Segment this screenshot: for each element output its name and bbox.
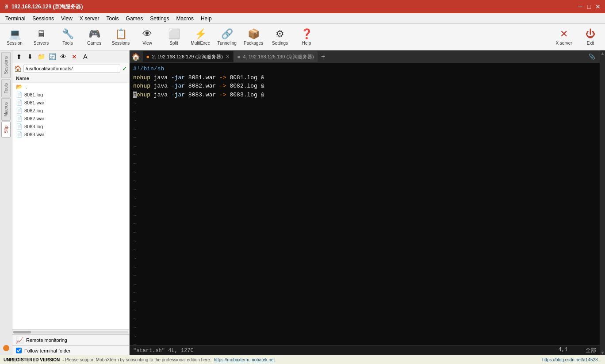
path-check-icon: ✓ xyxy=(122,65,127,72)
file-upload-button[interactable]: ⬆ xyxy=(14,52,24,61)
tools-icon: 🔧 xyxy=(62,28,74,40)
sidebar-item-macros[interactable]: Macros xyxy=(1,98,11,121)
help-button[interactable]: ❓ Help xyxy=(294,25,319,49)
toolbar: 💻 Session 🖥 Servers 🔧 Tools 🎮 Games 📋 Se… xyxy=(0,24,605,50)
right-link: https://blog.csdn.net/a14523... xyxy=(542,357,601,362)
minimize-button[interactable]: ─ xyxy=(577,3,584,10)
tab-2-icon: ■ xyxy=(237,54,241,59)
sidebar-item-tools[interactable]: Tools xyxy=(1,79,11,97)
file-view-button[interactable]: 👁 xyxy=(58,52,68,61)
file-newfolder-button[interactable]: 📁 xyxy=(36,52,46,61)
tilde-line: ~ xyxy=(133,151,596,160)
scroll-track xyxy=(600,56,605,350)
settings-label: Settings xyxy=(272,41,288,46)
file-refresh-button[interactable]: 🔄 xyxy=(47,52,57,61)
list-item[interactable]: 📄 8081.log xyxy=(12,91,129,99)
follow-terminal-checkbox[interactable] xyxy=(16,348,22,353)
file-scrollbar[interactable] xyxy=(12,329,129,334)
packages-button[interactable]: 📦 Packages xyxy=(241,25,266,49)
file-icon: 📄 xyxy=(16,107,23,114)
servers-icon: 🖥 xyxy=(36,28,46,40)
list-item[interactable]: 📂 .. xyxy=(12,83,129,91)
tab-add-button[interactable]: + xyxy=(318,52,328,61)
tilde-line: ~ xyxy=(133,280,596,289)
menu-terminal[interactable]: Terminal xyxy=(2,15,29,23)
side-tabs: Sessions Tools Macros Sftp xyxy=(0,50,12,355)
paperclip-icon[interactable]: 📎 xyxy=(586,54,598,60)
support-link[interactable]: https://mobaxterm.mobatek.net xyxy=(214,357,275,362)
follow-terminal-container: Follow terminal folder xyxy=(12,345,129,355)
tilde-line: ~ xyxy=(133,306,596,315)
games-button[interactable]: 🎮 Games xyxy=(81,25,107,49)
tilde-line: ~ xyxy=(133,203,596,211)
list-item[interactable]: 📄 8083.war xyxy=(12,130,129,138)
follow-terminal-label: Follow terminal folder xyxy=(24,348,71,353)
menu-sessions[interactable]: Sessions xyxy=(29,15,57,23)
scroll-up-button[interactable]: ▲ xyxy=(600,50,605,56)
menu-view[interactable]: View xyxy=(57,15,76,23)
list-item[interactable]: 📄 8083.log xyxy=(12,123,129,130)
menu-games[interactable]: Games xyxy=(123,15,147,23)
sessions-button[interactable]: 📋 Sessions xyxy=(108,25,134,49)
tilde-line: ~ xyxy=(133,229,596,238)
tab-home-icon: 🏠 xyxy=(131,53,140,61)
menu-macros[interactable]: Macros xyxy=(173,15,197,23)
sidebar-item-sessions[interactable]: Sessions xyxy=(1,52,11,78)
tilde-line: ~ xyxy=(133,125,596,134)
servers-label: Servers xyxy=(34,41,49,46)
tab-1-icon: ■ xyxy=(146,54,149,59)
scroll-down-button[interactable]: ▼ xyxy=(600,350,605,355)
settings-button[interactable]: ⚙ Settings xyxy=(267,25,293,49)
packages-icon: 📦 xyxy=(248,28,260,40)
tab-2[interactable]: ■ 4. 192.168.126.130 (京淘服务器) xyxy=(234,51,318,62)
list-item[interactable]: 📄 8082.log xyxy=(12,107,129,115)
terminal-line: nohup java -jar 8081.war -> 8081.log & xyxy=(133,73,596,82)
remote-monitoring-button[interactable]: 📈 Remote monitoring xyxy=(12,334,129,345)
tilde-line: ~ xyxy=(133,237,596,246)
close-button[interactable]: ✕ xyxy=(594,3,601,10)
sidebar-item-sftp[interactable]: Sftp xyxy=(1,122,11,138)
file-list-header: Name xyxy=(12,74,129,83)
multiexec-button[interactable]: ⚡ MultiExec xyxy=(188,25,213,49)
tools-button[interactable]: 🔧 Tools xyxy=(55,25,80,49)
list-item[interactable]: 📄 8082.war xyxy=(12,115,129,123)
tunneling-button[interactable]: 🔗 Tunneling xyxy=(214,25,240,49)
file-panel: ⬆ ⬇ 📁 🔄 👁 ✕ A 🏠 ✓ Name 📂 .. 📄 8081.log xyxy=(12,50,130,355)
list-item[interactable]: 📄 8081.war xyxy=(12,99,129,107)
terminal-line: #!/bin/sh xyxy=(133,65,596,73)
tab-1-close[interactable]: ✕ xyxy=(226,54,230,60)
menu-tools[interactable]: Tools xyxy=(103,15,123,23)
bottom-bar: UNREGISTERED VERSION - Please support Mo… xyxy=(0,355,605,364)
packages-label: Packages xyxy=(244,41,263,46)
home-icon: 🏠 xyxy=(14,65,22,72)
file-icon: 📄 xyxy=(16,92,23,98)
tab-1-label: 2. 192.168.126.129 (京淘服务器) xyxy=(152,54,223,60)
tab-1[interactable]: ■ 2. 192.168.126.129 (京淘服务器) ✕ xyxy=(143,51,233,62)
menu-help[interactable]: Help xyxy=(197,15,215,23)
view-button[interactable]: 👁 View xyxy=(134,25,160,49)
exit-button[interactable]: ⏻ Exit xyxy=(578,25,603,49)
menu-settings[interactable]: Settings xyxy=(146,15,172,23)
title-bar: 🖥 192.168.126.129 (京淘服务器) ─ □ ✕ xyxy=(0,0,605,13)
path-input[interactable] xyxy=(23,65,120,73)
tilde-line: ~ xyxy=(133,289,596,298)
file-delete-button[interactable]: ✕ xyxy=(69,52,79,61)
file-icon: 📄 xyxy=(16,123,23,130)
file-download-button[interactable]: ⬇ xyxy=(25,52,35,61)
split-icon: ⬜ xyxy=(168,28,180,40)
file-text-button[interactable]: A xyxy=(80,52,90,61)
maximize-button[interactable]: □ xyxy=(586,3,593,10)
tilde-line: ~ xyxy=(133,298,596,307)
session-button[interactable]: 💻 Session xyxy=(2,25,27,49)
help-label: Help xyxy=(302,41,311,46)
split-button[interactable]: ⬜ Split xyxy=(161,25,187,49)
terminal-content[interactable]: #!/bin/sh nohup java -jar 8081.war -> 80… xyxy=(130,63,600,345)
window-title: 192.168.126.129 (京淘服务器) xyxy=(11,3,83,11)
terminal-scrollbar[interactable]: ▲ ▼ xyxy=(600,50,605,355)
menu-xserver[interactable]: X server xyxy=(76,15,103,23)
terminal-line: nohup java -jar 8083.war -> 8083.log & xyxy=(133,91,596,100)
sessions-icon: 📋 xyxy=(115,28,127,40)
servers-button[interactable]: 🖥 Servers xyxy=(28,25,54,49)
app-icon: 🖥 xyxy=(4,4,9,10)
xserver-button[interactable]: ✕ X server xyxy=(551,25,577,49)
